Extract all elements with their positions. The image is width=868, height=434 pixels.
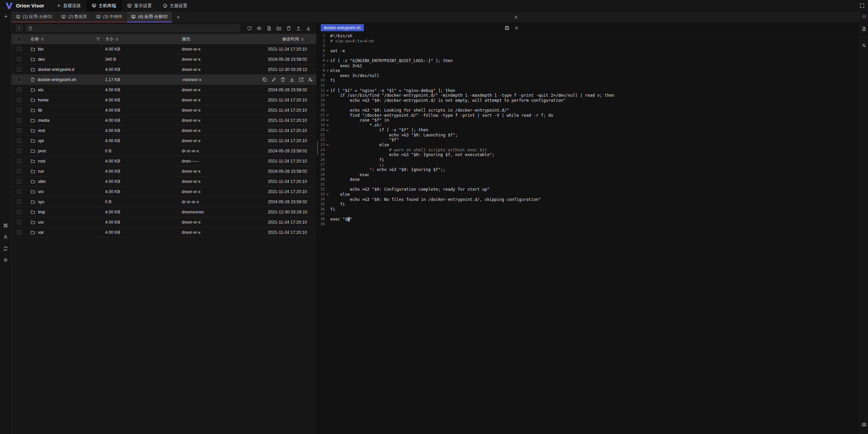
table-row[interactable]: sys0 Bdr-xr-xr-x2024-05-28 23:58:02 [12, 197, 316, 207]
gear-button[interactable] [3, 257, 9, 263]
close-panel-button[interactable] [511, 12, 521, 22]
row-checkbox[interactable] [17, 57, 21, 61]
path-input[interactable] [35, 26, 237, 31]
fold-icon[interactable] [325, 93, 330, 98]
row-checkbox[interactable] [17, 179, 21, 184]
column-header-mtime[interactable]: 修改时间 [268, 34, 316, 44]
download-button[interactable] [289, 77, 295, 82]
fold-spacer [325, 108, 330, 113]
table-row[interactable]: docker-entrypoint.sh1.17 KB-rwxrwxr-x [12, 75, 316, 85]
terminal-tab-1[interactable]: (1) 应用-分析01 [12, 12, 57, 22]
table-row[interactable]: tmp4.00 KBdrwxrwxrwx2021-12-30 03:29:10 [12, 207, 316, 217]
table-row[interactable]: lib4.00 KBdrwxr-xr-x2021-11-24 17:20:10 [12, 105, 316, 115]
table-row[interactable]: proc0 Bdr-xr-xr-x2024-05-28 23:58:02 [12, 146, 316, 156]
eye-button[interactable] [256, 25, 262, 31]
code-text: echo >&3 "$0: Looking for shell scripts … [330, 108, 509, 113]
download-button[interactable] [305, 25, 311, 31]
editor-file-tab[interactable]: docker-entrypoint.sh [321, 24, 364, 31]
add-terminal-tab-button[interactable] [172, 12, 184, 22]
folder-icon [31, 118, 35, 123]
terminal-tab-3[interactable]: (3) 中间件 [92, 12, 127, 22]
file-plus-button[interactable] [266, 25, 272, 31]
fold-icon[interactable] [325, 128, 330, 133]
swap-button[interactable] [860, 41, 868, 50]
code-text: fi [330, 78, 335, 83]
code-editor[interactable]: 1#!/bin/sh2# vim:sw=4:ts=4:et34set -e56i… [319, 34, 860, 434]
column-header-size[interactable]: 大小 [105, 34, 182, 44]
fold-icon[interactable] [325, 123, 330, 128]
row-checkbox[interactable] [17, 210, 21, 214]
file-text-button[interactable] [860, 24, 868, 33]
edit-button[interactable] [271, 77, 276, 82]
nav-item-host-terminal[interactable]: 主机终端 [86, 0, 122, 11]
row-checkbox[interactable] [17, 169, 21, 173]
refresh-button[interactable] [246, 25, 252, 31]
cell-attr: drwxr-xr-x [182, 47, 268, 52]
row-checkbox[interactable] [17, 108, 21, 112]
column-header-name[interactable]: 名称 [26, 34, 105, 44]
fullscreen-button[interactable] [860, 3, 868, 8]
terminal-tab-2[interactable]: (2) 数据库 [57, 12, 92, 22]
table-row[interactable]: var4.00 KBdrwxr-xr-x2021-11-24 17:20:10 [12, 227, 316, 238]
trash-button[interactable] [285, 25, 292, 31]
row-checkbox[interactable] [17, 47, 21, 51]
row-checkbox[interactable] [17, 67, 21, 72]
move-button[interactable] [298, 77, 304, 82]
folder-plus-button[interactable] [276, 25, 282, 31]
row-checkbox[interactable] [17, 98, 21, 102]
row-checkbox[interactable] [17, 138, 21, 143]
row-checkbox[interactable] [17, 189, 21, 194]
fold-icon[interactable] [325, 68, 330, 73]
trash-button[interactable] [280, 77, 285, 82]
table-row[interactable]: etc4.00 KBdrwxr-xr-x2024-05-28 23:58:02 [12, 85, 316, 95]
table-row[interactable]: usr4.00 KBdrwxr-xr-x2021-11-24 17:20:10 [12, 217, 316, 227]
user-button[interactable] [3, 234, 9, 240]
close-editor-icon[interactable] [514, 26, 519, 30]
row-checkbox[interactable] [17, 200, 21, 204]
table-row[interactable]: opt4.00 KBdrwxr-xr-x2021-11-24 17:20:10 [12, 136, 316, 146]
table-row[interactable]: sbin4.00 KBdrwxr-xr-x2021-11-24 17:20:10 [12, 176, 316, 187]
fold-icon[interactable] [325, 88, 330, 93]
select-all-checkbox[interactable] [17, 37, 21, 41]
fold-icon[interactable] [325, 58, 330, 63]
row-checkbox[interactable] [17, 118, 21, 122]
braces-button[interactable]: {} [860, 12, 868, 21]
table-row[interactable]: media4.00 KBdrwxr-xr-x2021-11-24 17:20:1… [12, 115, 316, 126]
upload-button[interactable] [295, 25, 301, 31]
row-checkbox[interactable] [17, 77, 21, 82]
new-connection-button[interactable] [3, 13, 9, 19]
row-checkbox[interactable] [17, 128, 21, 133]
table-row[interactable]: bin4.00 KBdrwxr-xr-x2021-11-24 17:20:10 [12, 44, 316, 54]
table-row[interactable]: srv4.00 KBdrwxr-xr-x2021-11-24 17:20:10 [12, 187, 316, 197]
command-button[interactable] [3, 222, 9, 228]
row-checkbox[interactable] [17, 230, 21, 234]
table-row[interactable]: run4.00 KBdrwxr-xr-x2024-05-28 23:58:02 [12, 166, 316, 176]
nav-item-theme-settings[interactable]: 主题设置 [157, 0, 193, 11]
fold-icon[interactable] [325, 143, 330, 148]
table-row[interactable]: home4.00 KBdrwxr-xr-x2021-11-24 17:20:10 [12, 95, 316, 105]
line-number: 30 [319, 177, 325, 182]
fold-icon[interactable] [325, 118, 330, 123]
table-row[interactable]: root4.00 KBdrwx------2021-11-24 17:20:10 [12, 156, 316, 166]
row-checkbox[interactable] [17, 88, 21, 92]
row-checkbox[interactable] [17, 149, 21, 153]
nav-item-new-connection[interactable]: 新建连接 [51, 0, 86, 11]
permission-button[interactable] [308, 77, 313, 82]
table-row[interactable]: dev340 Bdrwxr-xr-x2024-05-28 23:58:02 [12, 54, 316, 64]
filter-icon[interactable] [96, 37, 100, 41]
sync-button[interactable] [3, 245, 9, 251]
table-row[interactable]: docker-entrypoint.d4.00 KBdrwxr-xr-x2021… [12, 64, 316, 75]
fold-icon[interactable] [325, 113, 330, 118]
row-checkbox[interactable] [17, 220, 21, 224]
nav-item-display-settings[interactable]: 显示设置 [122, 0, 157, 11]
fold-icon[interactable] [325, 192, 330, 197]
copy-button[interactable] [262, 77, 267, 82]
back-button[interactable] [16, 25, 23, 32]
terminal-tab-4[interactable]: (4) 应用-分析02 [127, 12, 172, 22]
screenshot-button[interactable] [860, 422, 868, 427]
table-row[interactable]: mnt4.00 KBdrwxr-xr-x2021-11-24 17:20:10 [12, 126, 316, 136]
fold-spacer [325, 222, 330, 227]
panel-resize-handle[interactable] [317, 141, 318, 155]
save-icon[interactable] [505, 25, 510, 31]
row-checkbox[interactable] [17, 159, 21, 163]
